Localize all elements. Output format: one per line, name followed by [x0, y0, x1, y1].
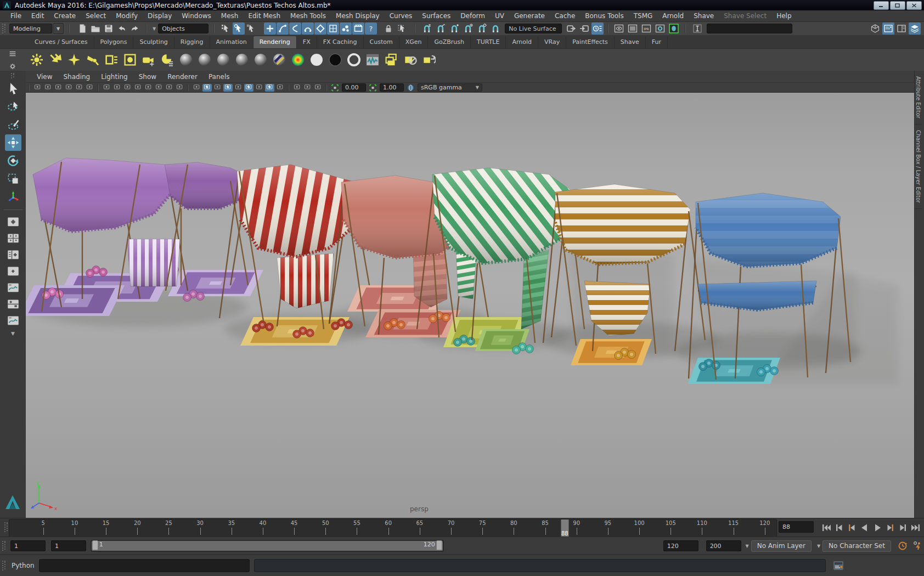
shelf-tab-fur[interactable]: Fur — [646, 36, 668, 48]
ramp-shader-icon[interactable] — [270, 51, 288, 69]
grid-icon[interactable] — [102, 84, 111, 92]
last-tool-icon[interactable] — [5, 189, 21, 205]
menu-select[interactable]: Select — [81, 11, 111, 21]
menu-windows[interactable]: Windows — [177, 11, 216, 21]
use-all-lights-icon[interactable] — [223, 84, 233, 92]
frame-all-icon[interactable] — [175, 84, 184, 92]
snap-to-projected-center-icon[interactable] — [462, 22, 474, 35]
mask-deformers-icon[interactable] — [314, 22, 326, 35]
rotate-tool-icon[interactable] — [5, 153, 21, 169]
volume-light-icon[interactable] — [121, 51, 139, 69]
layout-split-pane-icon[interactable] — [3, 297, 24, 312]
phong-material-icon[interactable] — [251, 51, 269, 69]
objects-combo-arrow[interactable]: ▼ — [153, 26, 156, 31]
hypershade-icon[interactable] — [363, 51, 381, 69]
select-camera-icon[interactable] — [33, 84, 42, 92]
layout-outliner-pane-icon[interactable] — [3, 247, 24, 262]
xray-icon[interactable] — [303, 84, 312, 92]
range-end-handle[interactable] — [436, 540, 442, 550]
shelf-tab-shave[interactable]: Shave — [615, 36, 646, 48]
isolate-select-icon[interactable] — [292, 84, 302, 92]
viewport-menu-shading[interactable]: Shading — [58, 72, 95, 81]
layout-hypergraph-pane-icon[interactable] — [3, 313, 24, 328]
playback-start-field[interactable]: 1 — [51, 540, 86, 551]
menu-modify[interactable]: Modify — [111, 11, 143, 21]
image-plane-icon[interactable] — [75, 84, 84, 92]
snap-to-grid-icon[interactable] — [421, 22, 433, 35]
mask-misc-icon[interactable]: ? — [365, 22, 377, 35]
toolbox-grip[interactable] — [11, 73, 15, 78]
menu-help[interactable]: Help — [771, 11, 796, 21]
range-row-grip[interactable] — [2, 541, 6, 551]
output-connections-icon[interactable] — [578, 22, 590, 35]
exposure-icon[interactable] — [330, 84, 340, 92]
playback-speed-icon[interactable] — [897, 540, 909, 552]
snap-to-point-icon[interactable] — [448, 22, 460, 35]
mask-joints-icon[interactable] — [277, 22, 289, 35]
select-component-icon[interactable] — [245, 22, 257, 35]
go-to-start-button[interactable] — [820, 521, 832, 535]
field-chart-icon[interactable] — [144, 84, 153, 92]
shelf-tab-painteffects[interactable]: PaintEffects — [566, 36, 615, 48]
script-editor-icon[interactable] — [831, 559, 846, 572]
menu-shave-select[interactable]: Shave Select — [719, 11, 771, 21]
render-settings-icon[interactable] — [654, 22, 666, 35]
ipr-render-icon[interactable]: IPR — [640, 22, 652, 35]
attribute-editor-toggle-icon[interactable] — [882, 22, 894, 35]
use-background-icon[interactable] — [307, 51, 325, 69]
snap-to-view-plane-icon[interactable] — [476, 22, 488, 35]
make-live-icon[interactable] — [489, 22, 502, 35]
character-set-selector[interactable]: No Character Set — [822, 540, 891, 552]
menu-mesh-tools[interactable]: Mesh Tools — [285, 11, 331, 21]
render-view-icon[interactable] — [613, 22, 625, 35]
select-hierarchy-icon[interactable] — [220, 22, 232, 35]
step-back-key-button[interactable] — [845, 521, 858, 535]
current-frame-field[interactable]: 88 — [779, 521, 814, 533]
command-line-grip[interactable] — [2, 561, 6, 571]
shelf-tab-polygons[interactable]: Polygons — [94, 36, 134, 48]
film-gate-icon[interactable] — [112, 84, 122, 92]
menu-set-arrow[interactable]: ▼ — [53, 23, 64, 34]
viewport-menu-renderer[interactable]: Renderer — [162, 72, 203, 81]
save-scene-icon[interactable] — [103, 22, 115, 35]
viewport-menu-view[interactable]: View — [31, 72, 58, 81]
selection-mask-combo[interactable]: Objects — [158, 24, 209, 33]
undo-icon[interactable] — [116, 22, 128, 35]
viewport-panel[interactable]: ViewShadingLightingShowRendererPanels 0.… — [26, 71, 915, 518]
selection-field-icon[interactable] — [691, 22, 703, 35]
view-transform-selector[interactable]: sRGB gamma▼ — [418, 83, 482, 92]
play-backwards-button[interactable] — [858, 521, 870, 535]
dock-tab-channel-box-layer-editor[interactable]: Channel Box / Layer Editor — [915, 125, 922, 209]
pan-zoom-icon[interactable] — [85, 84, 94, 92]
layout-menu-arrow[interactable]: ▼ — [3, 330, 24, 337]
directional-light-icon[interactable] — [46, 51, 64, 69]
animation-start-field[interactable]: 1 — [10, 540, 46, 551]
status-line-grip[interactable] — [2, 24, 6, 33]
lambert-material-icon[interactable] — [233, 51, 251, 69]
gate-mask-icon[interactable] — [133, 84, 143, 92]
shelf-tab-turtle[interactable]: TURTLE — [471, 36, 506, 48]
command-language-label[interactable]: Python — [12, 562, 35, 569]
render-layers-icon[interactable] — [382, 51, 400, 69]
ambient-light-icon[interactable] — [65, 51, 83, 69]
render-loop-icon[interactable] — [419, 51, 437, 69]
shelf-tab-gozbrush[interactable]: GoZBrush — [428, 36, 471, 48]
layout-single-pane-icon[interactable] — [3, 214, 24, 229]
spot-light-icon[interactable] — [83, 51, 102, 69]
point-light-icon[interactable] — [27, 51, 46, 69]
play-forwards-button[interactable] — [870, 521, 883, 535]
exposure-field[interactable]: 0.00 — [342, 83, 366, 92]
bookmark-icon[interactable] — [64, 84, 74, 92]
arnold-renderview-icon[interactable] — [668, 22, 680, 35]
step-forward-frame-button[interactable] — [895, 521, 908, 535]
range-start-handle[interactable] — [92, 540, 98, 550]
new-scene-icon[interactable] — [76, 22, 88, 35]
shelf-tab-rigging[interactable]: Rigging — [174, 36, 210, 48]
animation-end-field[interactable]: 200 — [706, 540, 741, 551]
multisample-icon[interactable] — [265, 84, 274, 92]
maximize-button[interactable] — [890, 1, 905, 10]
character-set-arrow[interactable]: ▼ — [817, 544, 820, 549]
menu-mesh[interactable]: Mesh — [216, 11, 244, 21]
viewport-menu-lighting[interactable]: Lighting — [95, 72, 133, 81]
menu-curves[interactable]: Curves — [385, 11, 418, 21]
